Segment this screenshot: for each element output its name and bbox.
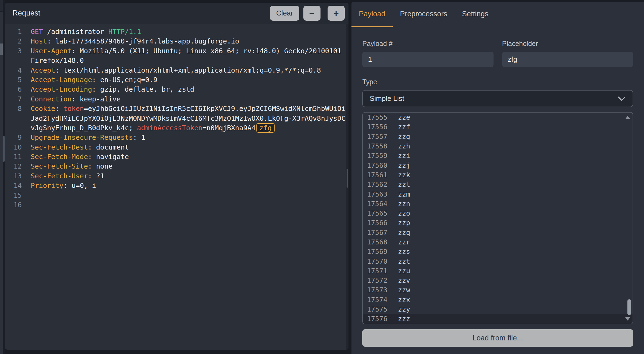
payload-index: 17565: [367, 209, 398, 217]
tab-settings[interactable]: Settings: [455, 2, 496, 27]
payload-list-item[interactable]: 17569zzs: [363, 247, 633, 256]
placeholder-input[interactable]: [502, 52, 633, 67]
payload-index: 17561: [367, 171, 398, 179]
code-segment-key: Sec-Fetch-Mode: [31, 153, 88, 161]
payload-value: zzq: [398, 229, 410, 237]
payload-list-item[interactable]: 17565zzo: [363, 209, 633, 218]
increase-font-button[interactable]: +: [328, 6, 345, 21]
payload-list-item[interactable]: 17560zzj: [363, 160, 633, 170]
payload-value: zze: [398, 113, 410, 121]
payload-list-item[interactable]: 17561zzk: [363, 170, 633, 180]
code-line: Sec-Fetch-User: ?1: [31, 171, 104, 181]
code-segment-plain: : Mozilla/5.0 (X11; Ubuntu; Linux x86_64…: [72, 47, 341, 55]
line-number: [10, 114, 22, 123]
payload-value: zzn: [398, 200, 410, 208]
line-number: [10, 123, 22, 133]
payload-value: zzl: [398, 181, 410, 188]
payload-value: zzj: [398, 162, 410, 169]
payload-list-item[interactable]: 17567zzq: [363, 228, 633, 237]
code-segment-key: Upgrade-Insecure-Requests: [31, 133, 133, 141]
code-segment-plain: : none: [88, 162, 112, 170]
payload-index: 17556: [367, 123, 398, 131]
type-field-group: Type Simple List: [362, 78, 633, 107]
code-segment-plain: : document: [88, 143, 129, 151]
code-line: GET /administrator HTTP/1.1: [31, 27, 141, 36]
line-number: 2: [10, 36, 22, 46]
payload-value: zzi: [398, 152, 410, 160]
request-code-row: vJgSnyErhup_D_B0dPkv_k4c; adminAccessTok…: [5, 123, 346, 133]
payload-index: 17575: [367, 305, 398, 313]
decrease-font-button[interactable]: −: [303, 6, 321, 21]
line-number: 8: [10, 104, 22, 113]
payload-list-item[interactable]: 17568zzr: [363, 237, 633, 247]
request-editor[interactable]: 1GET /administrator HTTP/1.12Host: lab-1…: [5, 24, 346, 350]
code-line: vJgSnyErhup_D_B0dPkv_k4c; adminAccessTok…: [31, 123, 275, 133]
payload-list-item[interactable]: 17564zzn: [363, 199, 633, 209]
payload-list-item[interactable]: 17563zzm: [363, 189, 633, 199]
line-number: 14: [10, 181, 22, 190]
payload-value: zzf: [398, 123, 410, 131]
collapsed-panel-edge: [0, 0, 3, 354]
code-line: User-Agent: Mozilla/5.0 (X11; Ubuntu; Li…: [31, 46, 341, 56]
payload-value: zzg: [398, 133, 410, 141]
payload-list-item[interactable]: 17570zzt: [363, 256, 633, 266]
load-from-file-button[interactable]: Load from file...: [362, 329, 633, 347]
code-segment-plain: : 1: [133, 133, 145, 141]
code-segment-key: Connection: [31, 95, 72, 103]
payload-type-select[interactable]: Simple List: [362, 90, 633, 107]
scroll-down-icon[interactable]: [625, 317, 630, 321]
page-left-scrollbar-thumb[interactable]: [3, 136, 5, 162]
request-toolbar: Clear − +: [270, 6, 345, 21]
payload-list-item[interactable]: 17556zzf: [363, 122, 633, 132]
payload-list-item[interactable]: 17572zzv: [363, 276, 633, 285]
request-code-row: 3User-Agent: Mozilla/5.0 (X11; Ubuntu; L…: [5, 46, 346, 56]
payload-list-item[interactable]: 17555zze: [363, 113, 633, 122]
line-number: 4: [10, 66, 22, 75]
request-code-row: 1GET /administrator HTTP/1.1: [5, 27, 346, 36]
code-segment-key: Host: [31, 37, 47, 45]
code-segment-key: Sec-Fetch-User: [31, 172, 88, 180]
payload-number-input[interactable]: [362, 52, 494, 67]
request-code-row: 6Accept-Encoding: gzip, deflate, br, zst…: [5, 85, 346, 94]
code-line: Sec-Fetch-Site: none: [31, 162, 112, 171]
line-number: 10: [10, 142, 22, 152]
request-code-row: Jad2FydHMiLCJpYXQiOjE3NzM0NDYwMDksImV4cC…: [5, 114, 346, 123]
line-number: 13: [10, 171, 22, 181]
payload-list-item[interactable]: 17562zzl: [363, 180, 633, 189]
request-code-row: 2Host: lab-1773445879460-jf94r4.labs-app…: [5, 36, 346, 46]
payload-list-item[interactable]: 17576zzz: [363, 314, 633, 324]
payload-list[interactable]: 17555zze17556zzf17557zzg17558zzh17559zzi…: [362, 112, 633, 324]
request-editor-scrollbar[interactable]: [346, 24, 348, 350]
payload-list-item[interactable]: 17573zzw: [363, 285, 633, 295]
code-line: Accept: text/html,application/xhtml+xml,…: [31, 66, 321, 75]
request-editor-scrollbar-thumb[interactable]: [347, 169, 348, 188]
request-code-row: 8Cookie: token=eyJhbGciOiJIUzI1NiIsInR5c…: [5, 104, 346, 113]
code-segment-key: Sec-Fetch-Site: [31, 162, 88, 170]
payload-list-item[interactable]: 17566zzp: [363, 218, 633, 228]
code-line: Sec-Fetch-Mode: navigate: [31, 152, 129, 162]
scroll-up-icon[interactable]: [625, 116, 630, 119]
tab-payload[interactable]: Payload: [351, 2, 393, 27]
line-number: [10, 56, 22, 65]
tab-preprocessors[interactable]: Preprocessors: [393, 2, 455, 27]
payload-number-label: Payload #: [362, 40, 494, 48]
payload-list-item[interactable]: 17557zzg: [363, 132, 633, 141]
payload-list-item[interactable]: 17574zzx: [363, 295, 633, 305]
payload-list-scrollbar-thumb[interactable]: [627, 299, 631, 315]
payload-list-item[interactable]: 17571zzu: [363, 266, 633, 276]
payload-index: 17559: [367, 152, 398, 160]
payload-value: zzk: [398, 171, 410, 179]
code-line: Host: lab-1773445879460-jf94r4.labs-app.…: [31, 36, 239, 46]
code-segment-plain: : en-US,en;q=0.9: [92, 76, 158, 84]
page-left-scrollbar[interactable]: [3, 0, 5, 354]
request-code-row: 16: [5, 200, 346, 210]
payload-list-item[interactable]: 17558zzh: [363, 141, 633, 151]
code-segment-plain: vJgSnyErhup_D_B0dPkv_k4c;: [31, 124, 137, 132]
code-segment-cookie: adminAccessToken: [137, 124, 202, 132]
payload-index: 17569: [367, 248, 398, 256]
clear-button[interactable]: Clear: [270, 6, 299, 21]
payload-list-item[interactable]: 17559zzi: [363, 151, 633, 160]
payload-list-item[interactable]: 17575zzy: [363, 305, 633, 314]
line-number: 11: [10, 152, 22, 162]
code-segment-plain: : navigate: [88, 153, 129, 161]
